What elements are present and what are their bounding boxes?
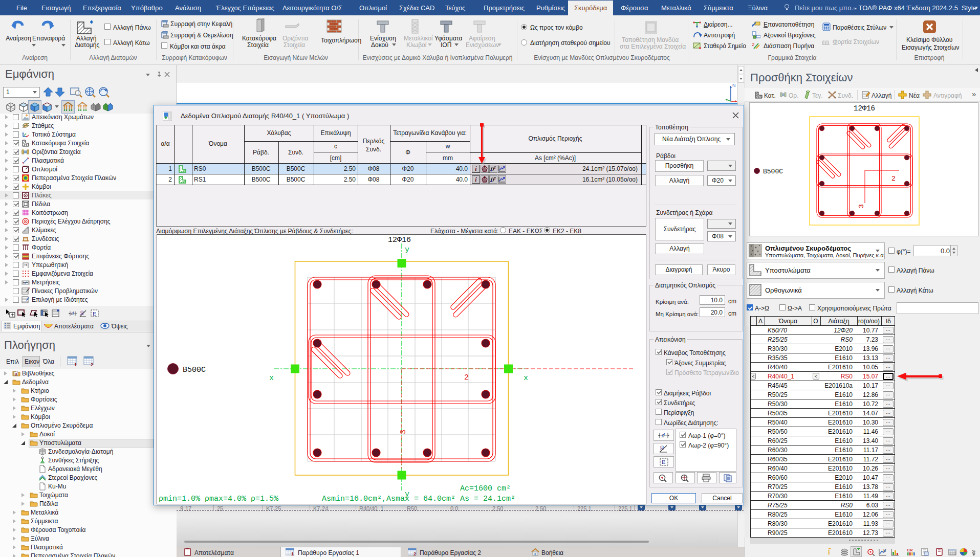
svg-text:i: i bbox=[828, 548, 830, 556]
svg-text:B: B bbox=[15, 372, 17, 376]
svg-text:1: 1 bbox=[291, 551, 294, 556]
svg-text:2: 2 bbox=[752, 42, 754, 47]
svg-text:ψ: ψ bbox=[660, 444, 664, 450]
svg-text:B500C: B500C bbox=[183, 366, 206, 374]
svg-text:ψ: ψ bbox=[80, 309, 83, 315]
svg-text:3: 3 bbox=[399, 430, 408, 434]
svg-text:2: 2 bbox=[891, 175, 896, 183]
svg-text:x: x bbox=[269, 374, 274, 383]
svg-text:2: 2 bbox=[464, 373, 469, 382]
svg-text:CR: CR bbox=[907, 548, 913, 552]
svg-text:d: d bbox=[662, 433, 665, 438]
svg-text:2: 2 bbox=[91, 362, 93, 367]
svg-text:12Φ16: 12Φ16 bbox=[854, 104, 875, 113]
svg-text:E: E bbox=[662, 459, 665, 465]
svg-text:2: 2 bbox=[413, 551, 416, 556]
svg-text:12Φ16: 12Φ16 bbox=[388, 236, 411, 244]
svg-text:x: x bbox=[524, 374, 528, 383]
svg-text:N: N bbox=[883, 549, 886, 552]
svg-text:ρmin=1.0% ρmax=4.0% ρ=1.5%: ρmin=1.0% ρmax=4.0% ρ=1.5% bbox=[159, 495, 279, 503]
svg-text:N: N bbox=[732, 83, 736, 88]
svg-text:y: y bbox=[405, 246, 409, 254]
svg-text:Ac=1600 cm²: Ac=1600 cm² bbox=[460, 484, 511, 493]
svg-text:B500C: B500C bbox=[763, 168, 783, 175]
svg-text:1: 1 bbox=[74, 362, 77, 367]
svg-text:Asmin=16.0cm²,Asmax = 64.0cm²: Asmin=16.0cm²,Asmax = 64.0cm² As = 24.1c… bbox=[322, 495, 515, 503]
svg-text:E: E bbox=[93, 310, 96, 317]
svg-text:3: 3 bbox=[858, 204, 865, 208]
